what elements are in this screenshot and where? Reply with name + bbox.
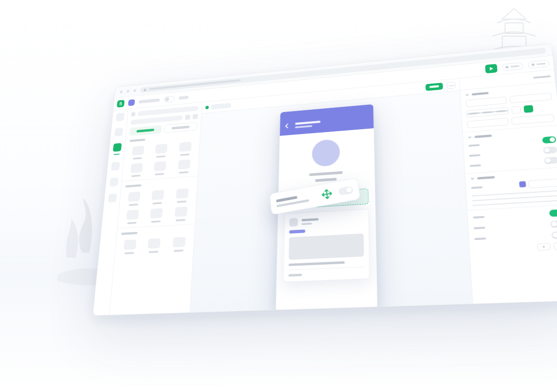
- profile-subtext-placeholder: [315, 178, 337, 182]
- project-title[interactable]: [139, 98, 160, 103]
- component-item[interactable]: [151, 144, 172, 158]
- dragging-toggle[interactable]: [338, 186, 353, 196]
- project-thumbnail[interactable]: [128, 99, 135, 106]
- card-badge: [289, 229, 305, 234]
- rail-item-database[interactable]: [111, 162, 120, 171]
- rail-item-layers[interactable]: [113, 143, 122, 152]
- component-item[interactable]: [172, 188, 193, 203]
- component-item[interactable]: [175, 142, 196, 156]
- flag-b-label: [470, 165, 481, 167]
- rail-item-pages[interactable]: [115, 113, 124, 121]
- rail-item-assets[interactable]: [109, 177, 118, 186]
- inspector-section-layout: [460, 82, 557, 133]
- canvas-secondary-action[interactable]: [446, 81, 455, 89]
- component-item[interactable]: [144, 238, 165, 253]
- svg-rect-7: [144, 89, 146, 91]
- dragging-title: [276, 196, 298, 202]
- style-field-b[interactable]: [472, 195, 557, 201]
- preview-button[interactable]: [485, 63, 497, 73]
- traffic-light: [126, 90, 129, 93]
- card-subtitle: [301, 222, 312, 225]
- component-group-title: [121, 232, 137, 235]
- component-item[interactable]: [146, 208, 167, 223]
- color-swatch[interactable]: [519, 181, 527, 188]
- traffic-light: [120, 91, 123, 93]
- panel-menu-icon[interactable]: [131, 112, 135, 116]
- layout-align-extra[interactable]: [511, 106, 521, 114]
- component-item[interactable]: [126, 163, 147, 177]
- flag-a-label: [469, 154, 481, 157]
- avatar[interactable]: [312, 139, 340, 167]
- card-media: [289, 234, 364, 260]
- chevron-down-icon[interactable]: [471, 177, 474, 180]
- state-c-toggle[interactable]: [551, 231, 557, 239]
- flag-b-toggle[interactable]: [544, 156, 557, 164]
- appbar-title: [295, 121, 320, 125]
- component-item[interactable]: [128, 145, 148, 160]
- inspector-section-visibility: [463, 125, 557, 174]
- component-item[interactable]: [119, 239, 140, 255]
- page-chip[interactable]: [205, 103, 231, 110]
- device-hero: [278, 128, 375, 188]
- publish-chip[interactable]: [528, 60, 550, 69]
- traffic-light: [133, 89, 136, 92]
- card-thumbnail-icon: [289, 218, 298, 227]
- app-logo[interactable]: S: [117, 100, 124, 107]
- components-list-view-icon[interactable]: [193, 114, 198, 119]
- components-grid-view-icon[interactable]: [185, 114, 190, 120]
- layout-height-input[interactable]: [511, 114, 554, 124]
- svg-marker-8: [490, 67, 494, 71]
- device-toggle[interactable]: [164, 96, 175, 103]
- component-item[interactable]: [150, 161, 170, 175]
- state-enabled-toggle[interactable]: [549, 209, 557, 217]
- appbar-subtitle: [295, 125, 312, 128]
- canvas[interactable]: [190, 79, 473, 312]
- component-group-title: [125, 184, 142, 187]
- card-text-line: [289, 261, 345, 266]
- visibility-toggle[interactable]: [542, 136, 557, 144]
- layout-width-input[interactable]: [467, 118, 509, 128]
- style-field-c[interactable]: [472, 200, 557, 206]
- chevron-down-icon[interactable]: [468, 135, 472, 139]
- inspector-section-state: [467, 205, 557, 258]
- inspector-title: [533, 75, 551, 79]
- canvas-primary-action[interactable]: [425, 83, 443, 91]
- inspector-panel: [459, 70, 557, 303]
- inspector-section-style: [465, 167, 557, 211]
- align-segmented[interactable]: [466, 107, 509, 117]
- layout-apply[interactable]: [524, 105, 534, 113]
- layout-y-input[interactable]: [509, 93, 552, 103]
- state-b-toggle[interactable]: [550, 220, 557, 228]
- share-chip[interactable]: [502, 62, 523, 71]
- state-enabled-label: [473, 216, 485, 218]
- status-dot-icon: [206, 105, 209, 109]
- editor-window: S: [93, 43, 557, 316]
- visibility-label: [468, 144, 479, 147]
- rail-item-settings[interactable]: [108, 194, 117, 203]
- state-c-label: [474, 237, 486, 240]
- inspector-btn-a[interactable]: [537, 243, 551, 251]
- device-card[interactable]: [283, 209, 370, 282]
- component-item[interactable]: [122, 209, 143, 225]
- card-footer: [288, 274, 301, 277]
- move-icon: [320, 187, 334, 201]
- color-label: [471, 186, 483, 189]
- component-item[interactable]: [170, 206, 191, 222]
- lock-icon: [143, 88, 146, 91]
- profile-name-placeholder: [309, 171, 343, 176]
- play-icon: [489, 66, 494, 71]
- chevron-down-icon[interactable]: [465, 93, 469, 96]
- inspector-btn-b[interactable]: [553, 242, 557, 250]
- component-item[interactable]: [124, 191, 144, 206]
- layout-x-input[interactable]: [466, 96, 507, 107]
- flag-a-toggle[interactable]: [543, 146, 557, 154]
- component-item[interactable]: [147, 190, 168, 205]
- color-hex-input[interactable]: [528, 178, 557, 188]
- component-item[interactable]: [168, 237, 190, 252]
- back-icon[interactable]: [284, 123, 289, 129]
- project-subtitle: [178, 95, 188, 100]
- rail-item-components[interactable]: [114, 128, 123, 136]
- component-item[interactable]: [174, 159, 194, 174]
- card-title: [301, 218, 319, 221]
- rail-active-underline: [113, 154, 119, 155]
